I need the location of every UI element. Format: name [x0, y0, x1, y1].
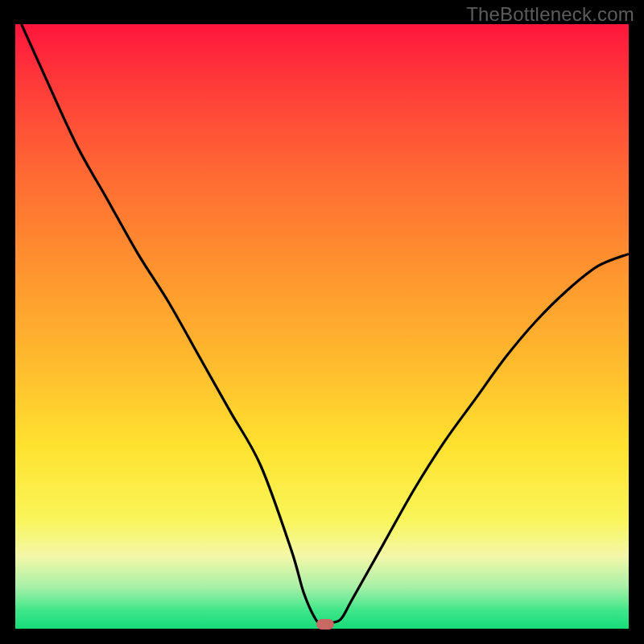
chart-frame: TheBottleneck.com	[0, 0, 644, 644]
curve-path	[22, 24, 629, 623]
watermark-text: TheBottleneck.com	[466, 3, 634, 26]
bottleneck-curve	[15, 24, 629, 629]
optimal-point-marker	[316, 619, 334, 630]
